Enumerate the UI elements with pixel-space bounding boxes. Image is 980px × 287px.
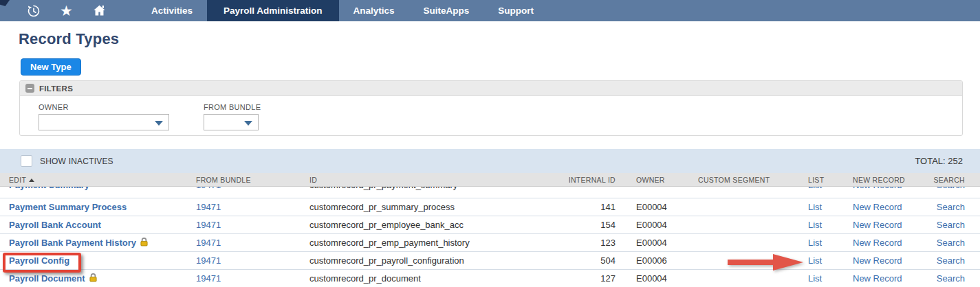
- bundle-link[interactable]: 19471: [196, 273, 221, 284]
- column-header-search[interactable]: SEARCH: [915, 176, 980, 184]
- list-link[interactable]: List: [808, 220, 822, 230]
- record-edit-link[interactable]: Payment Summary Process: [9, 202, 127, 212]
- bundle-link[interactable]: 19471: [196, 187, 221, 190]
- new-record-link[interactable]: New Record: [853, 220, 902, 230]
- owner-filter-select[interactable]: [39, 114, 169, 130]
- search-link[interactable]: Search: [937, 238, 965, 248]
- record-edit-link[interactable]: Payroll Bank Payment History: [9, 238, 136, 248]
- search-link[interactable]: Search: [937, 255, 965, 266]
- lock-icon: [140, 238, 149, 249]
- show-inactives-label: SHOW INACTIVES: [40, 157, 113, 166]
- record-id: customrecord_pr_emp_payment_history: [301, 238, 516, 248]
- column-header-new-record[interactable]: NEW RECORD: [829, 176, 915, 184]
- column-header-list[interactable]: LIST: [798, 176, 829, 184]
- home-icon[interactable]: [92, 3, 107, 18]
- bundle-link[interactable]: 19471: [196, 255, 221, 266]
- column-header-owner[interactable]: OWNER: [616, 176, 696, 184]
- nav-item-suiteapps[interactable]: SuiteApps: [409, 0, 484, 21]
- list-link[interactable]: List: [808, 238, 822, 248]
- new-record-link[interactable]: New Record: [853, 255, 902, 266]
- show-inactives-checkbox[interactable]: [21, 155, 32, 167]
- search-link[interactable]: Search: [937, 187, 965, 190]
- lock-icon: [89, 273, 98, 284]
- from-bundle-filter-select[interactable]: [204, 114, 259, 130]
- filters-title: FILTERS: [39, 84, 73, 93]
- record-id: customrecord_pr_summary_process: [301, 202, 516, 212]
- new-record-link[interactable]: New Record: [853, 187, 902, 190]
- table-row: Payroll Bank Account 19471 customrecord_…: [0, 216, 980, 234]
- nav-item-payroll-administration[interactable]: Payroll Administration: [207, 0, 339, 21]
- column-header-internal-id[interactable]: INTERNAL ID: [516, 176, 616, 184]
- list-link[interactable]: List: [808, 187, 822, 190]
- owner-id: E00004: [616, 273, 696, 284]
- record-edit-link[interactable]: Payment Summary: [9, 187, 89, 190]
- table-header-row: EDIT FROM BUNDLE ID INTERNAL ID OWNER CU…: [0, 173, 980, 187]
- sort-ascending-icon: [29, 179, 34, 182]
- list-controls-bar: SHOW INACTIVES TOTAL: 252: [0, 149, 980, 173]
- bundle-link[interactable]: 19471: [196, 238, 221, 248]
- record-edit-link[interactable]: Payroll Config: [9, 255, 69, 266]
- main-navbar: ★ Activities Payroll Administration Anal…: [0, 0, 980, 21]
- owner-id: E00004: [616, 202, 696, 212]
- nav-item-activities[interactable]: Activities: [137, 0, 207, 21]
- record-id: customrecord_pr_payroll_configuration: [301, 255, 516, 266]
- table-row: Payroll Document 19471 customrecord_pr_d…: [0, 270, 980, 287]
- nav-item-support[interactable]: Support: [483, 0, 548, 21]
- history-icon[interactable]: [26, 3, 41, 18]
- record-id: customrecord_pr_document: [301, 273, 516, 284]
- nav-item-analytics[interactable]: Analytics: [339, 0, 409, 21]
- table-row: Payroll Config 19471 customrecord_pr_pay…: [0, 252, 980, 270]
- column-header-from-bundle[interactable]: FROM BUNDLE: [187, 176, 301, 184]
- filters-body: OWNER FROM BUNDLE: [20, 96, 962, 130]
- from-bundle-filter-field: FROM BUNDLE: [204, 103, 261, 130]
- star-icon[interactable]: ★: [59, 3, 74, 18]
- new-record-link[interactable]: New Record: [853, 273, 902, 284]
- bundle-link[interactable]: 19471: [196, 202, 221, 212]
- chevron-down-icon: [155, 121, 163, 126]
- search-link[interactable]: Search: [937, 220, 965, 230]
- owner-filter-label: OWNER: [39, 103, 169, 111]
- owner-id: E00006: [616, 255, 696, 266]
- page-title: Record Types: [19, 30, 119, 48]
- record-edit-link[interactable]: Payroll Bank Account: [9, 220, 101, 230]
- owner-filter-field: OWNER: [39, 103, 169, 130]
- table-body: Payment Summary Process 19471 customreco…: [0, 198, 980, 287]
- navbar-icons: ★: [0, 3, 107, 18]
- record-id: customrecord_pr_payment_summary: [301, 187, 516, 190]
- filters-header[interactable]: FILTERS: [20, 81, 962, 96]
- record-types-table: EDIT FROM BUNDLE ID INTERNAL ID OWNER CU…: [0, 173, 980, 287]
- internal-id: 504: [516, 255, 616, 266]
- record-edit-link[interactable]: Payroll Document: [9, 273, 85, 284]
- filters-panel: FILTERS OWNER FROM BUNDLE: [19, 80, 963, 136]
- record-id: customrecord_pr_employee_bank_acc: [301, 220, 516, 230]
- owner-id: E00004: [616, 238, 696, 248]
- column-header-edit[interactable]: EDIT: [0, 176, 187, 184]
- total-count: TOTAL: 252: [915, 156, 963, 166]
- list-link[interactable]: List: [808, 255, 822, 266]
- new-type-button[interactable]: New Type: [21, 58, 81, 76]
- new-record-link[interactable]: New Record: [853, 202, 902, 212]
- column-header-custom-segment[interactable]: CUSTOM SEGMENT: [696, 176, 798, 184]
- internal-id: 123: [516, 238, 616, 248]
- clipped-table-row: Payment Summary 19471 customrecord_pr_pa…: [0, 187, 980, 198]
- table-row: Payroll Bank Payment History 19471 custo…: [0, 234, 980, 252]
- new-record-link[interactable]: New Record: [853, 238, 902, 248]
- record-types-page: ★ Activities Payroll Administration Anal…: [0, 0, 980, 287]
- internal-id: 154: [516, 220, 616, 230]
- search-link[interactable]: Search: [937, 273, 965, 284]
- from-bundle-filter-label: FROM BUNDLE: [204, 103, 261, 111]
- search-link[interactable]: Search: [937, 202, 965, 212]
- list-link[interactable]: List: [808, 273, 822, 284]
- collapse-icon[interactable]: [25, 84, 34, 93]
- bundle-link[interactable]: 19471: [196, 220, 221, 230]
- internal-id: 127: [516, 273, 616, 284]
- owner-id: E00004: [616, 220, 696, 230]
- list-link[interactable]: List: [808, 202, 822, 212]
- internal-id: 141: [516, 202, 616, 212]
- column-header-id[interactable]: ID: [301, 176, 516, 184]
- navbar-menu: Activities Payroll Administration Analyt…: [137, 0, 548, 21]
- table-row: Payment Summary Process 19471 customreco…: [0, 198, 980, 216]
- chevron-down-icon: [244, 121, 252, 126]
